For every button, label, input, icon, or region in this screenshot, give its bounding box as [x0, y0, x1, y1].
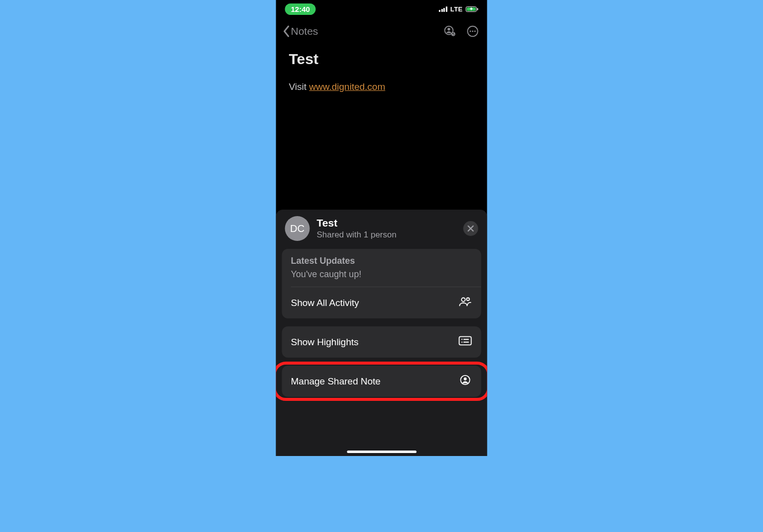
svg-rect-11: [459, 337, 471, 345]
show-highlights-row[interactable]: Show Highlights: [282, 326, 481, 358]
share-sheet: DC Test Shared with 1 person Latest Upda…: [276, 210, 487, 456]
updates-status: You've caught up!: [291, 269, 472, 280]
list-rectangle-icon: [458, 335, 472, 349]
manage-shared-note-card: Manage Shared Note: [282, 366, 481, 397]
phone-frame: 12:40 LTE ✦ Notes: [276, 0, 487, 456]
home-indicator[interactable]: [347, 451, 416, 453]
show-highlights-label: Show Highlights: [291, 337, 359, 348]
manage-shared-note-highlight: Manage Shared Note: [282, 366, 481, 397]
manage-shared-note-label: Manage Shared Note: [291, 376, 381, 387]
svg-point-17: [464, 378, 467, 380]
sheet-subtitle: Shared with 1 person: [317, 230, 457, 240]
highlights-card: Show Highlights: [282, 326, 481, 358]
updates-card: Latest Updates You've caught up! Show Al…: [282, 249, 481, 318]
sheet-title: Test: [317, 217, 457, 229]
svg-point-9: [461, 298, 465, 302]
close-icon: [467, 225, 474, 232]
svg-point-13: [461, 342, 462, 343]
svg-point-12: [461, 339, 462, 340]
avatar: DC: [285, 216, 310, 241]
svg-point-10: [466, 298, 469, 301]
show-all-activity-row[interactable]: Show All Activity: [282, 287, 481, 318]
show-all-activity-label: Show All Activity: [291, 298, 359, 308]
avatar-initials: DC: [290, 223, 305, 234]
people-icon: [458, 296, 472, 309]
close-button[interactable]: [463, 221, 478, 236]
sheet-title-wrap: Test Shared with 1 person: [317, 217, 457, 240]
updates-heading: Latest Updates: [291, 256, 472, 266]
person-circle-icon: [458, 375, 472, 388]
manage-shared-note-row[interactable]: Manage Shared Note: [282, 366, 481, 397]
updates-section: Latest Updates You've caught up!: [282, 249, 481, 287]
sheet-header: DC Test Shared with 1 person: [282, 216, 481, 247]
